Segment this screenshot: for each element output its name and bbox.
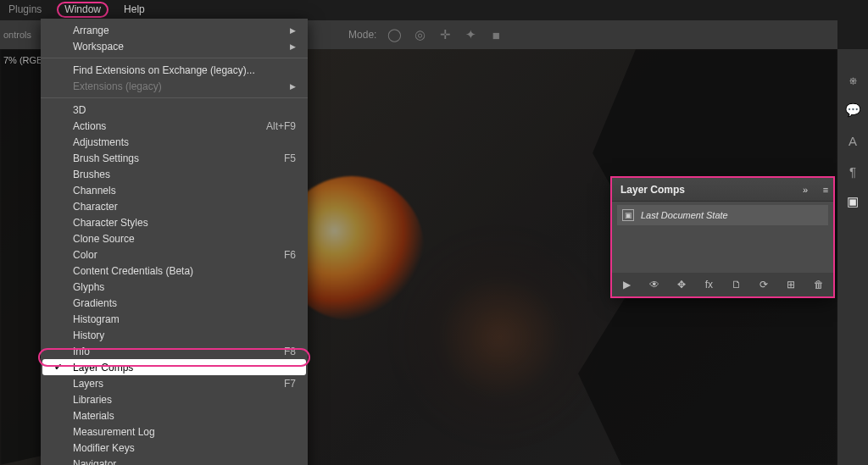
menu-item-navigator[interactable]: Navigator <box>41 456 308 465</box>
label: 3D <box>73 104 86 116</box>
menu-item-content-credentials[interactable]: Content Credentials (Beta) <box>41 263 308 279</box>
dock-layer-comps-icon[interactable]: ▣ <box>844 193 861 210</box>
label: Materials <box>73 410 114 422</box>
menu-item-character-styles[interactable]: Character Styles <box>41 214 308 230</box>
update-appearance-icon[interactable]: fx <box>703 278 715 291</box>
submenu-arrow-icon: ▶ <box>290 26 296 35</box>
menu-item-libraries[interactable]: Libraries <box>41 391 308 407</box>
menu-item-measurement-log[interactable]: Measurement Log <box>41 423 308 440</box>
update-visibility-icon[interactable]: 👁 <box>648 278 659 291</box>
window-dropdown: Arrange▶ Workspace▶ Find Extensions on E… <box>41 19 308 465</box>
mode-icon-3[interactable]: ✛ <box>437 27 453 42</box>
label: Brushes <box>73 169 110 180</box>
dock-learn-icon[interactable]: ⎈ <box>844 71 861 88</box>
label: Layer Comps <box>73 362 133 374</box>
shortcut: F6 <box>284 249 296 261</box>
layer-comps-panel[interactable]: Layer Comps » ≡ ▣ Last Document State ▶ … <box>612 178 833 296</box>
label: Workspace <box>73 41 124 53</box>
label: Measurement Log <box>73 426 155 438</box>
label: Content Credentials (Beta) <box>73 265 193 277</box>
mode-icon-4[interactable]: ✦ <box>463 27 478 42</box>
menu-item-extensions: Extensions (legacy)▶ <box>41 78 308 94</box>
document-state-icon: ▣ <box>622 209 634 221</box>
panel-title: Layer Comps <box>620 184 685 196</box>
menu-item-clone-source[interactable]: Clone Source <box>41 230 308 246</box>
label: Arrange <box>73 25 109 36</box>
menu-item-workspace[interactable]: Workspace▶ <box>41 38 308 54</box>
doc-status: 7% (RGB <box>0 53 46 68</box>
label: Character Styles <box>73 217 148 229</box>
highlight-window: Window <box>57 2 108 18</box>
menu-item-gradients[interactable]: Gradients <box>41 295 308 311</box>
controls-fragment: ontrols <box>3 30 31 40</box>
mode-group: Mode: ◯ ◎ ✛ ✦ ■ <box>348 27 504 42</box>
update-position-icon[interactable]: ✥ <box>676 278 687 291</box>
menu-item-layer-comps[interactable]: ✔Layer Comps <box>42 359 306 375</box>
menu-item-history[interactable]: History <box>41 327 308 343</box>
panel-collapse-icon[interactable]: » <box>798 185 813 195</box>
label: Channels <box>73 185 116 197</box>
label: Character <box>73 201 118 213</box>
label: Extensions (legacy) <box>73 80 162 92</box>
label: Info <box>73 346 90 357</box>
shortcut: Alt+F9 <box>266 120 296 132</box>
label: Actions <box>73 120 106 132</box>
menu-item-find-extensions[interactable]: Find Extensions on Exchange (legacy)... <box>41 62 308 78</box>
mode-label: Mode: <box>348 29 376 41</box>
label: Navigator <box>73 458 116 466</box>
label: Clone Source <box>73 233 135 245</box>
haze <box>390 227 610 447</box>
label: Brush Settings <box>73 152 139 164</box>
menu-item-modifier-keys[interactable]: Modifier Keys <box>41 440 308 456</box>
mode-icon-1[interactable]: ◯ <box>387 27 402 42</box>
menu-item-3d[interactable]: 3D <box>41 102 308 118</box>
refresh-icon[interactable]: ⟳ <box>758 278 770 291</box>
mode-icon-2[interactable]: ◎ <box>412 27 427 42</box>
delete-icon[interactable]: 🗑 <box>813 278 825 291</box>
menu-item-character[interactable]: Character <box>41 198 308 214</box>
menu-item-actions[interactable]: ActionsAlt+F9 <box>41 118 308 134</box>
dock-character-icon[interactable]: A <box>844 132 861 149</box>
dock-paragraph-icon[interactable]: ¶ <box>844 163 861 180</box>
menu-item-color[interactable]: ColorF6 <box>41 246 308 263</box>
submenu-arrow-icon: ▶ <box>290 82 296 91</box>
menu-bar: Plugins Window Help <box>0 1 152 18</box>
separator <box>41 58 308 58</box>
menu-item-brush-settings[interactable]: Brush SettingsF5 <box>41 150 308 166</box>
shortcut: F5 <box>284 152 296 164</box>
label: History <box>73 329 104 341</box>
update-comp-icon[interactable]: 🗋 <box>731 278 743 291</box>
panel-menu-icon[interactable]: ≡ <box>818 185 833 195</box>
menu-help[interactable]: Help <box>117 2 152 17</box>
new-comp-icon[interactable]: ⊞ <box>785 278 797 291</box>
label: Color <box>73 249 97 261</box>
right-dock: ⎈ 💬 A ¶ ▣ <box>837 49 868 465</box>
menu-item-glyphs[interactable]: Glyphs <box>41 279 308 295</box>
menu-item-layers[interactable]: LayersF7 <box>41 375 308 391</box>
shortcut: F7 <box>284 378 296 390</box>
mode-icon-5[interactable]: ■ <box>488 27 504 42</box>
panel-header[interactable]: Layer Comps » ≡ <box>612 178 833 202</box>
label: Libraries <box>73 394 112 406</box>
label: Find Extensions on Exchange (legacy)... <box>73 64 255 76</box>
label: Histogram <box>73 313 120 325</box>
menu-item-info[interactable]: InfoF8 <box>41 343 308 359</box>
menu-item-materials[interactable]: Materials <box>41 407 308 423</box>
menu-item-channels[interactable]: Channels <box>41 182 308 198</box>
menu-item-adjustments[interactable]: Adjustments <box>41 134 308 150</box>
menu-item-histogram[interactable]: Histogram <box>41 311 308 327</box>
dock-comments-icon[interactable]: 💬 <box>844 102 861 119</box>
label: Layers <box>73 378 103 390</box>
last-document-state: Last Document State <box>641 210 728 220</box>
panel-footer: ▶ 👁 ✥ fx 🗋 ⟳ ⊞ 🗑 <box>612 273 833 296</box>
layer-comp-row[interactable]: ▣ Last Document State <box>617 205 828 225</box>
menu-plugins[interactable]: Plugins <box>2 2 48 17</box>
menu-window[interactable]: Window <box>50 2 115 17</box>
label: Modifier Keys <box>73 442 135 454</box>
label: Gradients <box>73 297 117 309</box>
shortcut: F8 <box>284 346 296 357</box>
submenu-arrow-icon: ▶ <box>290 42 296 51</box>
apply-previous-icon[interactable]: ▶ <box>620 278 632 291</box>
menu-item-brushes[interactable]: Brushes <box>41 166 308 182</box>
menu-item-arrange[interactable]: Arrange▶ <box>41 22 308 38</box>
